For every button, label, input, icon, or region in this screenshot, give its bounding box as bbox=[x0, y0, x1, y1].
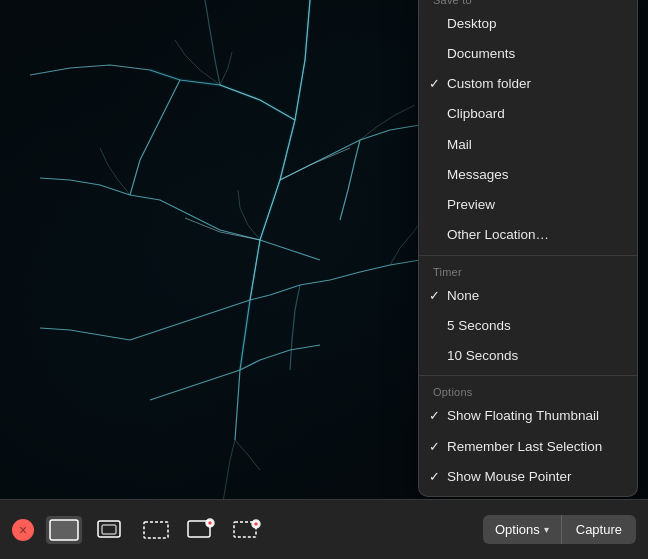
capture-button[interactable]: Capture bbox=[561, 515, 636, 544]
menu-item-preview[interactable]: Preview bbox=[419, 190, 637, 220]
window-capture-icon[interactable] bbox=[92, 516, 128, 544]
menu-item-mail[interactable]: Mail bbox=[419, 130, 637, 160]
options-button[interactable]: Options ▾ bbox=[483, 515, 561, 544]
toolbar-icons bbox=[46, 516, 475, 544]
menu-item-documents[interactable]: Documents bbox=[419, 39, 637, 69]
menu-item-show-mouse-pointer[interactable]: Show Mouse Pointer bbox=[419, 462, 637, 492]
options-label: Options bbox=[419, 380, 637, 401]
svg-point-7 bbox=[208, 520, 213, 525]
record-selection-icon[interactable] bbox=[230, 516, 266, 544]
menu-item-none[interactable]: None bbox=[419, 281, 637, 311]
menu-item-other-location[interactable]: Other Location… bbox=[419, 220, 637, 250]
save-to-label: Save to bbox=[419, 0, 637, 9]
close-button[interactable] bbox=[12, 519, 34, 541]
menu-item-desktop[interactable]: Desktop bbox=[419, 9, 637, 39]
fullscreen-capture-icon[interactable] bbox=[46, 516, 82, 544]
svg-rect-2 bbox=[98, 521, 120, 537]
menu-item-clipboard[interactable]: Clipboard bbox=[419, 99, 637, 129]
menu-item-messages[interactable]: Messages bbox=[419, 160, 637, 190]
toolbar-right: Options ▾ Capture bbox=[483, 515, 636, 544]
menu-item-custom-folder[interactable]: Custom folder bbox=[419, 69, 637, 99]
timer-label: Timer bbox=[419, 260, 637, 281]
divider-2 bbox=[419, 375, 637, 376]
menu-item-show-floating-thumbnail[interactable]: Show Floating Thumbnail bbox=[419, 401, 637, 431]
svg-rect-1 bbox=[50, 520, 78, 540]
context-menu: Save to Desktop Documents Custom folder … bbox=[418, 0, 638, 497]
svg-point-10 bbox=[254, 521, 259, 526]
chevron-down-icon: ▾ bbox=[544, 524, 549, 535]
menu-item-remember-last-selection[interactable]: Remember Last Selection bbox=[419, 432, 637, 462]
divider-1 bbox=[419, 255, 637, 256]
svg-rect-4 bbox=[144, 522, 168, 538]
menu-item-10-seconds[interactable]: 10 Seconds bbox=[419, 341, 637, 371]
menu-item-5-seconds[interactable]: 5 Seconds bbox=[419, 311, 637, 341]
selection-capture-icon[interactable] bbox=[138, 516, 174, 544]
toolbar: Options ▾ Capture bbox=[0, 499, 648, 559]
svg-rect-3 bbox=[102, 525, 116, 534]
record-fullscreen-icon[interactable] bbox=[184, 516, 220, 544]
